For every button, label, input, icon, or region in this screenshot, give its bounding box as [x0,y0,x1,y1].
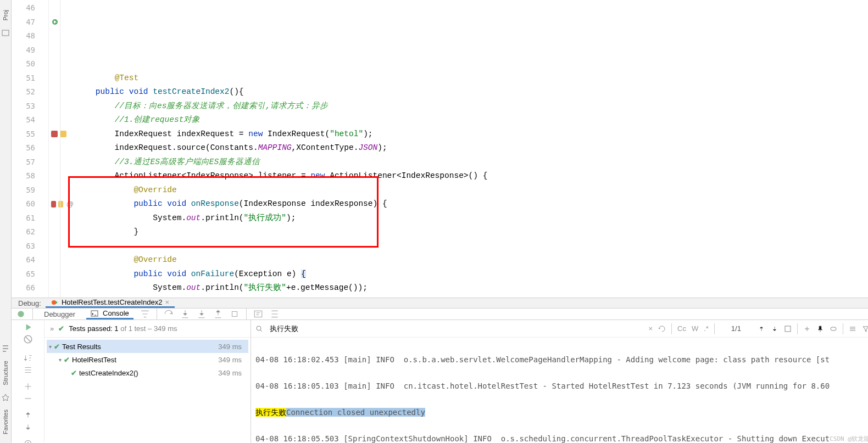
console-line: 04-08 16:18:02.453 [main] INFO o.s.b.a.w… [255,353,868,366]
structure-tab[interactable]: Structure [0,356,11,390]
down-icon[interactable] [23,422,33,432]
code-line[interactable]: public void onResponse(IndexResponse ind… [76,197,868,211]
collapse-icon[interactable] [23,394,33,403]
code-line[interactable]: //1.创建request对象 [76,113,868,127]
favorites-icon[interactable] [1,393,10,402]
history-icon[interactable] [658,325,666,333]
code-line[interactable] [76,239,868,254]
line-number[interactable]: 58 [12,169,35,183]
svg-point-3 [18,311,24,317]
tree-test-node[interactable]: ✔ testCreateIndex2() 349 ms [47,366,248,379]
step-over-icon[interactable] [164,309,174,319]
line-number[interactable]: 64 [12,253,35,267]
step-into-icon[interactable] [180,309,190,319]
case-toggle[interactable]: Cc [677,324,686,333]
svg-rect-10 [831,327,836,330]
line-number[interactable]: 61 [12,211,35,226]
settings-icon[interactable] [849,325,856,333]
line-number[interactable]: 46 [12,1,35,15]
up-icon[interactable] [23,410,33,420]
structure-icon[interactable] [1,344,10,353]
watch-icon[interactable] [23,439,33,443]
code-line[interactable]: public void onFailure(Exception e) { [76,267,868,282]
word-toggle[interactable]: W [692,324,698,333]
line-number[interactable]: 54 [12,113,35,127]
rerun-icon[interactable] [23,322,33,332]
svg-rect-5 [254,311,262,317]
line-number[interactable]: 52 [12,85,35,99]
chevron-down-icon[interactable]: ▾ [59,357,62,363]
svg-point-2 [52,300,56,305]
debugger-tab[interactable]: Debugger [40,310,80,318]
line-number[interactable]: 56 [12,141,35,155]
console-search-bar: × Cc W .* 1/1 [251,320,868,338]
code-line[interactable]: ActionListener<IndexResponse> listener =… [76,169,868,183]
collapse-arrow-icon[interactable]: » [50,324,54,333]
tree-class-node[interactable]: ▾ ✔ HotelRestTest 349 ms [47,353,248,366]
tree-root[interactable]: ▾ ✔ Test Results 349 ms [47,340,248,353]
force-step-into-icon[interactable] [197,309,207,319]
project-icon [1,29,10,37]
line-numbers-gutter[interactable]: 4647484950515253545556575859606162636465… [12,0,49,298]
code-line[interactable]: } [76,225,868,239]
console-output[interactable]: 04-08 16:18:02.453 [main] INFO o.s.b.a.w… [251,338,868,443]
close-tab-icon[interactable]: × [165,298,169,306]
regex-toggle[interactable]: .* [704,324,709,333]
favorites-tab[interactable]: Favorites [0,405,11,439]
code-line[interactable]: //目标：向es服务器发送请求，创建索引,请求方式：异步 [76,99,868,114]
line-number[interactable]: 49 [12,43,35,58]
drop-frame-icon[interactable] [230,309,240,319]
toggle-icon[interactable] [830,325,837,333]
match-count: 1/1 [720,324,752,333]
project-tab[interactable]: Proj [0,5,11,25]
line-number[interactable]: 48 [12,29,35,43]
trace-icon[interactable] [270,309,280,319]
prev-match-icon[interactable] [758,325,765,333]
code-line[interactable]: @Override [76,253,868,267]
filter-icon[interactable] [140,309,150,319]
code-line[interactable]: IndexRequest indexRequest = new IndexReq… [76,127,868,142]
line-number[interactable]: 59 [12,183,35,198]
evaluate-icon[interactable] [253,309,263,319]
sort-down-icon[interactable] [23,353,33,363]
expand-icon[interactable] [23,382,33,391]
line-number[interactable]: 62 [12,225,35,239]
line-number[interactable]: 53 [12,99,35,114]
code-line[interactable]: System.out.println("执行失败"+e.getMessage()… [76,281,868,295]
add-selection-icon[interactable] [803,325,811,333]
line-number[interactable]: 47 [12,15,35,30]
search-input[interactable] [268,322,644,335]
line-number[interactable]: 51 [12,71,35,86]
sort-config-icon[interactable] [23,365,33,375]
code-line[interactable]: public void testCreateIndex2(){ [76,85,868,99]
step-out-icon[interactable] [213,309,223,319]
code-line[interactable]: indexRequest.source(Constants.MAPPING,XC… [76,141,868,155]
code-line[interactable]: //3.通过ES高级客户端向ES服务器通信 [76,155,868,170]
line-number[interactable]: 57 [12,155,35,170]
code-line[interactable]: @Override [76,183,868,198]
console-line-highlight: 执行失败Connection closed unexpectedly [255,406,868,419]
line-number[interactable]: 50 [12,57,35,71]
test-tree[interactable]: ▾ ✔ Test Results 349 ms ▾ ✔ HotelRestTes… [44,338,251,443]
code-content[interactable]: @Test public void testCreateIndex2(){ //… [49,0,868,298]
line-number[interactable]: 60 [12,197,35,211]
next-match-icon[interactable] [771,325,778,333]
debug-bug-icon[interactable] [16,309,26,319]
stop-icon[interactable] [23,334,33,344]
line-number[interactable]: 65 [12,267,35,282]
chevron-down-icon[interactable]: ▾ [49,344,52,350]
code-line[interactable]: System.out.println("执行成功"); [76,211,868,226]
console-tab-active[interactable]: Console [86,309,133,319]
pin-icon[interactable] [816,325,824,333]
code-editor[interactable]: 4647484950515253545556575859606162636465… [12,0,868,298]
clear-icon[interactable]: × [648,324,653,333]
line-number[interactable]: 63 [12,239,35,254]
select-all-icon[interactable] [784,325,792,333]
debug-config-tab[interactable]: HotelRestTest.testCreateIndex2 × [46,298,175,308]
line-number[interactable]: 55 [12,127,35,142]
code-line[interactable]: @Test [76,71,868,86]
line-number[interactable]: 66 [12,281,35,295]
code-line[interactable]: } [76,295,868,298]
console-line: 04-08 16:18:05.503 [SpringContextShutdow… [255,432,868,443]
filter2-icon[interactable] [862,325,868,333]
